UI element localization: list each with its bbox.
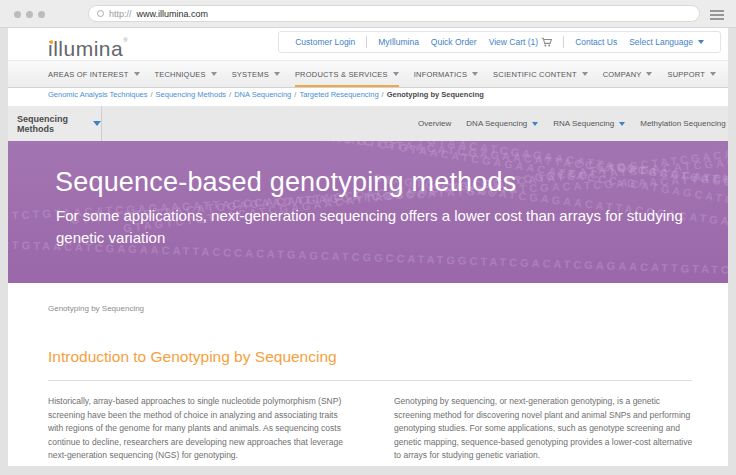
nav-scientific-content[interactable]: SCIENTIFIC CONTENT xyxy=(493,61,588,87)
intro-heading: Introduction to Genotyping by Sequencing xyxy=(48,348,337,366)
nav-support[interactable]: SUPPORT xyxy=(667,61,716,87)
window-controls[interactable] xyxy=(14,11,45,18)
url-bar[interactable]: http://www.illumina.com xyxy=(88,5,700,22)
section-subnav: Sequencing Methods Overview DNA Sequenci… xyxy=(8,106,728,141)
chevron-down-icon xyxy=(710,72,716,76)
body-paragraph-left: Historically, array-based approaches to … xyxy=(48,395,350,463)
breadcrumb-link[interactable]: Genomic Analysis Techniques xyxy=(48,90,148,99)
nav-company[interactable]: COMPANY xyxy=(603,61,653,87)
nav-areas-of-interest[interactable]: AREAS OF INTEREST xyxy=(48,61,140,87)
divider xyxy=(563,36,564,48)
subnav-dna-sequencing[interactable]: DNA Sequencing xyxy=(466,119,538,128)
browser-menu-icon[interactable] xyxy=(710,10,724,22)
chevron-down-icon xyxy=(532,122,538,126)
nav-techniques[interactable]: TECHNIQUES xyxy=(155,61,217,87)
chevron-down-icon xyxy=(619,122,625,126)
breadcrumb-current: Genotyping by Sequencing xyxy=(387,90,484,99)
chevron-down-icon xyxy=(274,72,280,76)
registered-mark: ® xyxy=(123,37,128,43)
divider xyxy=(48,380,692,381)
chevron-down-icon xyxy=(472,72,478,76)
url-host: www.illumina.com xyxy=(137,9,209,19)
select-language-label: Select Language xyxy=(629,37,693,47)
page-title: Sequence-based genotyping methods xyxy=(55,167,516,198)
subnav-items: Overview DNA Sequencing RNA Sequencing M… xyxy=(418,106,728,141)
nav-informatics[interactable]: INFORMATICS xyxy=(414,61,478,87)
divider xyxy=(366,36,367,48)
page-subtitle: For some applications, next-generation s… xyxy=(56,205,704,249)
hero-banner: GTAGTCTGTAACATCGAGAACATTACCCACATGAGCATCG… xyxy=(8,141,728,283)
subnav-selected-label: Sequencing Methods xyxy=(17,114,82,134)
breadcrumb: Genomic Analysis Techniques/Sequencing M… xyxy=(48,90,484,99)
utility-nav: Customer Login MyIllumina Quick Order Vi… xyxy=(278,31,721,53)
nav-products-services[interactable]: PRODUCTS & SERVICES xyxy=(295,61,399,87)
chevron-down-icon xyxy=(698,40,704,44)
cart-icon xyxy=(541,37,552,47)
sequencing-methods-dropdown[interactable]: Sequencing Methods xyxy=(8,106,102,141)
breadcrumb-link[interactable]: DNA Sequencing xyxy=(234,90,291,99)
page-load-icon xyxy=(97,10,104,17)
quick-order-link[interactable]: Quick Order xyxy=(431,37,477,47)
chevron-down-icon xyxy=(646,72,652,76)
breadcrumb-link[interactable]: Targeted Resequencing xyxy=(299,90,378,99)
body-columns: Historically, array-based approaches to … xyxy=(48,395,696,463)
body-paragraph-right: Genotyping by sequencing, or next-genera… xyxy=(394,395,696,463)
chevron-down-icon xyxy=(93,121,101,126)
main-nav: AREAS OF INTEREST TECHNIQUES SYSTEMS PRO… xyxy=(8,60,728,88)
browser-chrome: http://www.illumina.com xyxy=(0,0,736,28)
chevron-down-icon xyxy=(393,72,399,76)
my-illumina-link[interactable]: MyIllumina xyxy=(378,37,419,47)
illumina-logo[interactable]: illumina® xyxy=(48,37,128,61)
chevron-down-icon xyxy=(211,72,217,76)
subnav-methylation-sequencing[interactable]: Methylation Sequencing xyxy=(640,119,725,128)
subnav-overview[interactable]: Overview xyxy=(418,119,451,128)
breadcrumb-link[interactable]: Sequencing Methods xyxy=(156,90,226,99)
subnav-rna-sequencing[interactable]: RNA Sequencing xyxy=(553,119,625,128)
select-language-dropdown[interactable]: Select Language xyxy=(629,37,704,47)
customer-login-link[interactable]: Customer Login xyxy=(295,37,355,47)
logo-text: illumina xyxy=(48,37,123,61)
url-scheme: http:// xyxy=(109,9,132,19)
chevron-down-icon xyxy=(134,72,140,76)
view-cart-label: View Cart (1) xyxy=(489,37,538,47)
contact-us-link[interactable]: Contact Us xyxy=(575,37,617,47)
chevron-down-icon xyxy=(582,72,588,76)
view-cart-link[interactable]: View Cart (1) xyxy=(489,37,552,47)
section-label: Genotyping by Sequencing xyxy=(48,304,144,313)
nav-systems[interactable]: SYSTEMS xyxy=(232,61,280,87)
page: illumina® Customer Login MyIllumina Quic… xyxy=(8,28,728,466)
